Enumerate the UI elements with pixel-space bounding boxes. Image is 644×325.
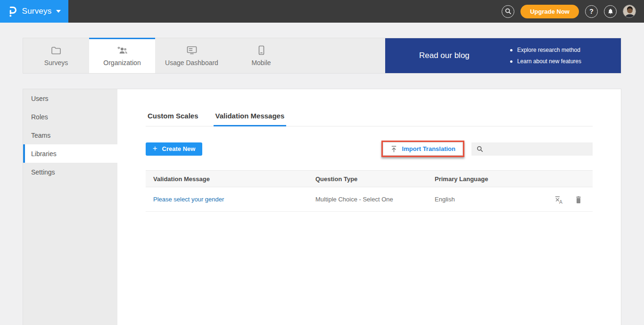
org-sidebar: Users Roles Teams Libraries Settings xyxy=(23,89,117,325)
primary-language-cell: English xyxy=(435,196,538,203)
blog-bullet: Explore research method xyxy=(510,47,581,53)
user-avatar[interactable] xyxy=(623,5,636,18)
upload-icon xyxy=(390,145,397,153)
blog-bullet-text: Learn about new features xyxy=(517,58,581,65)
create-new-label: Create New xyxy=(162,145,196,152)
import-translation-button[interactable]: Import Translation xyxy=(383,142,463,156)
table-row: Please select your gender Multiple Choic… xyxy=(146,187,593,212)
sidebar-item-label: Teams xyxy=(31,132,50,139)
create-new-button[interactable]: + Create New xyxy=(146,142,202,156)
svg-text:A: A xyxy=(559,199,562,204)
sidebar-item-label: Users xyxy=(31,95,49,102)
nav-tab-organization[interactable]: Organization xyxy=(89,38,155,73)
libraries-tabs: Custom Scales Validation Messages xyxy=(146,89,593,126)
questionpro-logo-icon xyxy=(8,6,17,17)
group-add-icon xyxy=(116,45,128,56)
question-mark-icon: ? xyxy=(589,8,594,15)
nav-tab-surveys[interactable]: Surveys xyxy=(23,38,89,73)
product-label: Surveys xyxy=(22,7,52,16)
search-button[interactable] xyxy=(502,5,514,18)
sidebar-item-settings[interactable]: Settings xyxy=(23,163,117,181)
blog-banner-bullets: Explore research method Learn about new … xyxy=(510,47,581,65)
bullet-dot-icon xyxy=(510,60,512,63)
help-button[interactable]: ? xyxy=(585,5,598,18)
sidebar-item-label: Roles xyxy=(31,113,48,121)
validation-messages-table: Validation Message Question Type Primary… xyxy=(146,170,593,212)
sidebar-item-libraries[interactable]: Libraries xyxy=(23,144,117,163)
blog-bullet: Learn about new features xyxy=(510,58,581,65)
workspace-nav: Surveys Organization Usage Dashboard xyxy=(23,38,621,74)
table-search[interactable] xyxy=(471,142,593,156)
toolbar-right: Import Translation xyxy=(381,141,593,157)
sidebar-item-teams[interactable]: Teams xyxy=(23,126,117,144)
dashboard-icon xyxy=(186,45,198,56)
nav-tab-label: Surveys xyxy=(44,59,68,67)
bell-icon xyxy=(607,8,614,15)
blog-banner[interactable]: Read our blog Explore research method Le… xyxy=(385,38,621,73)
annotation-highlight-box: Import Translation xyxy=(381,141,464,157)
validation-message-link[interactable]: Please select your gender xyxy=(153,196,224,203)
blog-bullet-text: Explore research method xyxy=(517,47,580,53)
nav-tab-label: Organization xyxy=(103,59,140,67)
bullet-dot-icon xyxy=(510,49,512,51)
notifications-button[interactable] xyxy=(604,5,617,18)
import-translation-label: Import Translation xyxy=(402,145,455,152)
product-switcher[interactable]: Surveys xyxy=(0,0,68,23)
delete-icon[interactable] xyxy=(575,195,582,204)
topbar-actions: Upgrade Now ? xyxy=(502,5,644,18)
tab-custom-scales[interactable]: Custom Scales xyxy=(146,112,200,126)
folder-icon xyxy=(51,45,61,56)
sidebar-item-users[interactable]: Users xyxy=(23,89,117,108)
question-type-cell: Multiple Choice - Select One xyxy=(315,196,435,203)
search-input[interactable] xyxy=(487,145,593,152)
column-header-primary-language: Primary Language xyxy=(435,175,538,183)
nav-tab-label: Usage Dashboard xyxy=(165,59,218,67)
row-actions: A xyxy=(538,195,593,204)
plus-icon: + xyxy=(153,144,157,153)
column-header-validation-message: Validation Message xyxy=(146,175,315,183)
upgrade-now-button[interactable]: Upgrade Now xyxy=(520,5,579,18)
column-header-question-type: Question Type xyxy=(315,175,435,183)
tab-validation-messages[interactable]: Validation Messages xyxy=(214,112,287,126)
organization-panel: Users Roles Teams Libraries Settings Cus… xyxy=(23,89,621,325)
nav-tab-label: Mobile xyxy=(251,59,271,67)
nav-tab-usage-dashboard[interactable]: Usage Dashboard xyxy=(155,38,228,73)
topbar: Surveys Upgrade Now ? xyxy=(0,0,644,23)
search-icon xyxy=(477,146,483,152)
translate-icon[interactable]: A xyxy=(554,195,563,204)
mobile-icon xyxy=(258,45,264,56)
libraries-content: Custom Scales Validation Messages + Crea… xyxy=(117,89,621,325)
sidebar-item-label: Settings xyxy=(31,168,55,176)
nav-tab-mobile[interactable]: Mobile xyxy=(228,38,294,73)
blog-banner-title: Read our blog xyxy=(419,51,470,60)
search-icon xyxy=(505,8,512,15)
sidebar-item-roles[interactable]: Roles xyxy=(23,108,117,126)
table-header-row: Validation Message Question Type Primary… xyxy=(146,170,593,187)
chevron-down-icon xyxy=(56,10,61,13)
sidebar-item-label: Libraries xyxy=(31,150,57,158)
toolbar: + Create New Import Translation xyxy=(146,141,593,157)
